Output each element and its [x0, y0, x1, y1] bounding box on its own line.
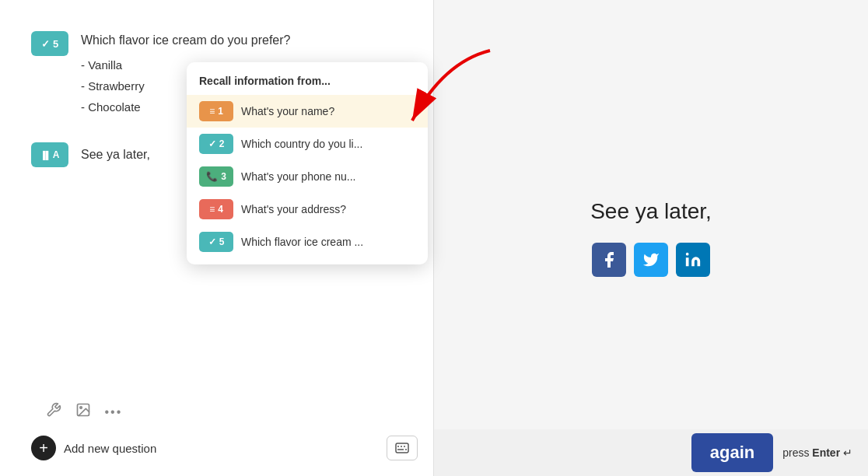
- item-text-4: What's your address?: [241, 203, 346, 215]
- press-enter-text: press Enter ↵: [782, 446, 852, 459]
- question-badge-5: ✓ 5: [31, 31, 68, 56]
- seeya-badge-bars-icon: ▐▌: [40, 151, 51, 159]
- wrench-icon[interactable]: [46, 402, 61, 422]
- dropdown-item-4[interactable]: ≡ 4 What's your address?: [187, 193, 428, 226]
- again-button[interactable]: again: [691, 433, 773, 472]
- svg-rect-2: [396, 443, 408, 453]
- item-badge-5: ✓ 5: [199, 232, 233, 252]
- item-number-5: 5: [219, 236, 225, 247]
- svg-rect-8: [686, 257, 689, 266]
- twitter-icon[interactable]: [634, 243, 668, 277]
- dropdown-item-3[interactable]: 📞 3 What's your phone nu...: [187, 160, 428, 193]
- svg-point-1: [79, 407, 82, 409]
- add-question-area: + Add new question: [31, 436, 156, 460]
- right-panel: See ya later, again press Enter ↵: [434, 0, 868, 476]
- item-icon-4: ≡: [209, 204, 215, 215]
- more-icon[interactable]: •••: [105, 405, 123, 419]
- item-badge-3: 📞 3: [199, 166, 233, 187]
- item-text-3: What's your phone nu...: [241, 170, 355, 183]
- item-badge-2: ✓ 2: [199, 134, 233, 154]
- left-toolbar: •••: [46, 402, 123, 422]
- seeya-badge-letter: A: [53, 149, 60, 160]
- item-icon-1: ≡: [209, 106, 215, 117]
- item-number-3: 3: [221, 171, 226, 182]
- image-icon[interactable]: [75, 402, 91, 422]
- bottom-bar: again press Enter ↵: [434, 429, 868, 476]
- right-title: See ya later,: [590, 199, 712, 224]
- keyboard-button[interactable]: [387, 436, 418, 460]
- item-text-1: What's your name?: [241, 105, 334, 117]
- svg-point-9: [686, 253, 689, 256]
- question-text-5: Which flavor ice cream do you prefer?: [81, 31, 290, 50]
- add-question-button[interactable]: +: [31, 436, 56, 460]
- item-number-1: 1: [218, 106, 223, 117]
- dropdown-title: Recall information from...: [187, 75, 428, 95]
- item-icon-2: ✓: [208, 138, 216, 149]
- item-text-5: Which flavor ice cream ...: [241, 236, 363, 248]
- dropdown-item-5[interactable]: ✓ 5 Which flavor ice cream ...: [187, 226, 428, 258]
- social-icons: [592, 243, 710, 277]
- item-number-4: 4: [218, 204, 223, 215]
- item-number-2: 2: [219, 138, 225, 149]
- item-icon-3: 📞: [206, 171, 218, 182]
- item-badge-1: ≡ 1: [199, 101, 233, 121]
- item-text-2: Which country do you li...: [241, 138, 362, 150]
- dropdown-item-2[interactable]: ✓ 2 Which country do you li...: [187, 128, 428, 160]
- facebook-icon[interactable]: [592, 243, 626, 277]
- recall-dropdown: Recall information from... ≡ 1 What's yo…: [187, 62, 428, 264]
- check-icon: ✓: [41, 38, 50, 50]
- seeya-text: See ya later,: [81, 148, 150, 162]
- press-enter-label: press Enter ↵: [782, 446, 852, 459]
- add-question-label: Add new question: [64, 442, 156, 455]
- seeya-badge: ▐▌ A: [31, 142, 68, 167]
- linkedin-icon[interactable]: [676, 243, 710, 277]
- dropdown-item-1[interactable]: ≡ 1 What's your name?: [187, 95, 428, 128]
- item-badge-4: ≡ 4: [199, 199, 233, 219]
- item-icon-5: ✓: [208, 236, 216, 247]
